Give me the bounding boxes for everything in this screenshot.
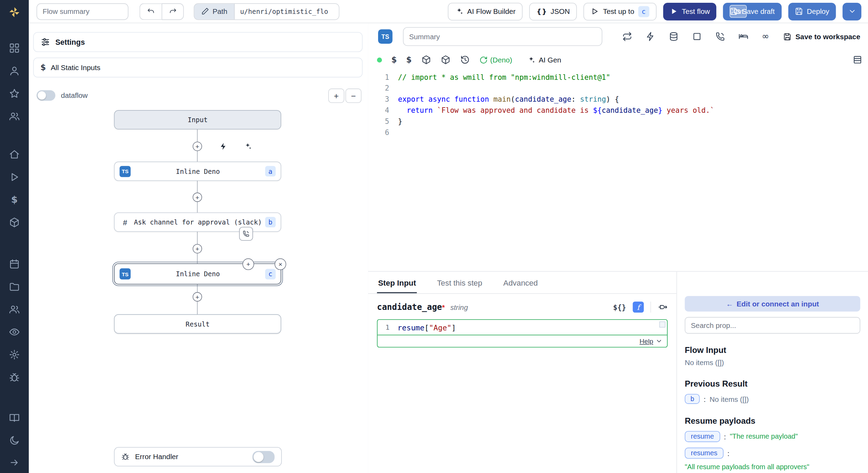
redo-icon xyxy=(168,7,177,16)
colon: : xyxy=(724,432,726,441)
dollar2-icon[interactable]: $ xyxy=(406,56,412,64)
add-step-button[interactable]: + xyxy=(193,193,202,202)
sidebar-collapse-button[interactable] xyxy=(0,458,29,468)
sleep-bed-icon[interactable] xyxy=(738,32,749,42)
for-loop-icon[interactable] xyxy=(622,32,632,42)
prop-badge-resumes[interactable]: resumes xyxy=(685,448,724,459)
flow-node-b[interactable]: # Ask channel for approval (slack) b xyxy=(114,212,281,232)
code-line: 1// import * as wmill from "npm:windmill… xyxy=(368,72,868,83)
test-flow-button[interactable]: Test flow xyxy=(663,2,717,20)
slack-icon: # xyxy=(119,218,131,227)
sidebar-apps-button[interactable] xyxy=(0,36,29,59)
trigger-bolt-icon[interactable] xyxy=(219,142,227,151)
tab-step-input[interactable]: Step Input xyxy=(377,273,417,293)
json-button[interactable]: { } JSON xyxy=(529,2,577,20)
dataflow-toggle[interactable] xyxy=(36,90,55,101)
move-step-button[interactable]: + xyxy=(242,259,254,270)
flow-node-c-selected[interactable]: TS Inline Deno c + × xyxy=(114,263,281,285)
stop-square-icon[interactable] xyxy=(692,32,702,42)
flow-node-input[interactable]: Input xyxy=(114,110,281,129)
function-mode-button[interactable]: f xyxy=(633,302,644,313)
sidebar-settings-button[interactable] xyxy=(0,343,29,366)
path-label: Path xyxy=(212,7,227,16)
sparkles-icon xyxy=(527,56,535,64)
phone-call-icon[interactable] xyxy=(715,32,725,42)
deploy-button[interactable]: Deploy xyxy=(788,2,836,20)
sidebar-docs-button[interactable] xyxy=(0,406,29,429)
windmill-logo-icon[interactable] xyxy=(0,0,29,24)
pencil-icon xyxy=(201,7,209,16)
sidebar-workers-button[interactable] xyxy=(0,298,29,320)
cache-infinity-icon[interactable]: ∞ xyxy=(762,32,769,41)
sidebar-resources-button[interactable] xyxy=(0,211,29,233)
test-up-to-button[interactable]: Test up to c xyxy=(584,2,656,20)
dollar-icon: $ xyxy=(11,195,18,204)
script-library-icon[interactable] xyxy=(852,55,862,65)
sidebar-user-button[interactable] xyxy=(0,59,29,82)
ai-flow-builder-label: AI Flow Builder xyxy=(467,7,516,16)
deploy-menu-button[interactable] xyxy=(843,2,861,20)
path-button[interactable]: Path xyxy=(194,3,235,19)
edit-connect-label: Edit or connect an input xyxy=(737,299,819,308)
save-draft-button[interactable]: Save draft Ctrl S xyxy=(723,2,782,20)
all-static-inputs-button[interactable]: $ All Static Inputs xyxy=(33,58,363,77)
zoom-in-button[interactable]: + xyxy=(328,88,344,103)
add-step-button[interactable]: + xyxy=(193,142,202,151)
sidebar-home-button[interactable] xyxy=(0,143,29,165)
redo-button[interactable] xyxy=(162,3,184,20)
sidebar-variables-button[interactable]: $ xyxy=(0,188,29,211)
input-expression-editor[interactable]: 1 resume["Age"] Help xyxy=(377,319,668,347)
add-step-button[interactable]: + xyxy=(193,244,202,253)
sidebar-runs-button[interactable] xyxy=(0,166,29,188)
flow-summary-input[interactable] xyxy=(36,3,128,20)
search-prop-input[interactable] xyxy=(685,317,860,334)
flow-node-a[interactable]: TS Inline Deno a xyxy=(114,162,281,181)
sidebar-debug-button[interactable] xyxy=(0,366,29,388)
database-icon[interactable] xyxy=(669,32,679,42)
play-outline-icon xyxy=(591,7,599,16)
flow-settings-button[interactable]: Settings xyxy=(33,32,363,52)
plug-connect-icon[interactable] xyxy=(658,302,668,312)
path-input[interactable] xyxy=(235,3,339,19)
node-id-badge: c xyxy=(265,269,276,279)
edit-or-connect-button[interactable]: ← Edit or connect an input xyxy=(685,296,860,312)
sidebar-schedules-button[interactable] xyxy=(0,252,29,275)
save-to-workspace-label: Save to workspace xyxy=(795,32,860,41)
users-icon xyxy=(9,110,20,121)
zoom-out-button[interactable]: − xyxy=(345,88,361,103)
undo-button[interactable] xyxy=(140,3,162,20)
template-expr-button[interactable]: ${} xyxy=(613,303,626,311)
suspend-approval-icon[interactable] xyxy=(239,227,253,241)
tab-test-this-step[interactable]: Test this step xyxy=(436,273,483,293)
ai-gen-button[interactable]: AI Gen xyxy=(527,56,561,64)
tab-advanced[interactable]: Advanced xyxy=(502,273,539,293)
package-icon[interactable] xyxy=(421,55,431,65)
error-handler-toggle[interactable] xyxy=(252,451,275,463)
add-step-button[interactable]: + xyxy=(193,292,202,302)
chevron-down-icon xyxy=(848,7,856,16)
typescript-icon: TS xyxy=(119,166,131,177)
dollar-icon[interactable]: $ xyxy=(391,56,397,64)
app-window: $ Path AI Flow Builder { } JSON xyxy=(0,0,868,473)
chevron-down-icon[interactable] xyxy=(656,338,663,345)
sidebar-favorites-button[interactable] xyxy=(0,82,29,104)
save-to-workspace-button[interactable]: Save to workspace xyxy=(783,32,860,41)
code-editor[interactable]: 1// import * as wmill from "npm:windmill… xyxy=(368,72,868,271)
sidebar-audit-logs-button[interactable] xyxy=(0,320,29,343)
step-summary-input[interactable] xyxy=(403,27,602,46)
help-link[interactable]: Help xyxy=(640,337,653,345)
prop-badge-b[interactable]: b xyxy=(685,394,700,404)
ai-flow-builder-button[interactable]: AI Flow Builder xyxy=(448,2,523,20)
sidebar-dark-mode-button[interactable] xyxy=(0,429,29,451)
reload-language-button[interactable]: (Deno) xyxy=(479,56,512,64)
sidebar-groups-button[interactable] xyxy=(0,104,29,127)
package2-icon[interactable] xyxy=(440,55,450,65)
history-icon[interactable] xyxy=(460,55,470,65)
prop-badge-resume[interactable]: resume xyxy=(685,431,720,442)
delete-step-button[interactable]: × xyxy=(275,259,286,270)
ai-wand-icon[interactable] xyxy=(244,142,252,151)
path-group: Path xyxy=(194,3,339,20)
trigger-bolt-icon[interactable] xyxy=(645,32,656,42)
flow-node-result[interactable]: Result xyxy=(114,314,281,334)
sidebar-folders-button[interactable] xyxy=(0,275,29,297)
